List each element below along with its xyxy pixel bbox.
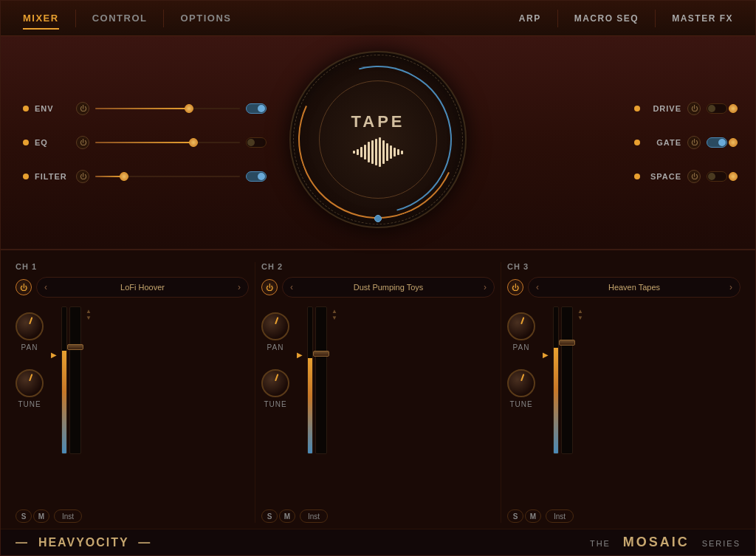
gate-slider-thumb[interactable] <box>729 138 738 147</box>
channel-3-nav: ‹ Heaven Tapes › <box>528 277 740 298</box>
wave-bar <box>397 149 399 155</box>
env-slider-thumb[interactable] <box>185 104 193 113</box>
gate-power-button[interactable] <box>687 136 701 149</box>
channel-3-power-button[interactable] <box>507 279 523 295</box>
channel-1-meter-fill <box>62 351 66 453</box>
channel-2-next[interactable]: › <box>482 282 488 292</box>
tab-macro-seq[interactable]: MACRO SEQ <box>561 7 653 30</box>
channel-3-tune-label: TUNE <box>509 400 532 408</box>
nav-right: ARP MACRO SEQ MASTER FX <box>506 7 746 30</box>
env-toggle[interactable] <box>246 103 267 114</box>
channel-3-fader-arrows: ▲ ▼ <box>577 306 583 323</box>
channel-1-play-arrow[interactable]: ▶ <box>51 351 57 359</box>
brand-the: THE <box>590 539 611 548</box>
tab-mixer[interactable]: MIXER <box>10 7 72 30</box>
channel-1-fader-handle[interactable] <box>67 344 83 350</box>
tab-control[interactable]: CONTROL <box>79 7 161 30</box>
channel-3-header: ‹ Heaven Tapes › <box>507 277 740 298</box>
channel-1-fader-up[interactable]: ▲ <box>86 308 92 315</box>
eq-slider-thumb[interactable] <box>189 138 198 147</box>
space-toggle[interactable] <box>707 171 727 182</box>
drive-slider-thumb[interactable] <box>729 104 738 113</box>
channel-2-pan-knob[interactable] <box>261 312 289 340</box>
channel-2-fader[interactable] <box>315 306 327 454</box>
channel-1-fader-down[interactable]: ▼ <box>86 315 92 321</box>
channel-3-play-arrow[interactable]: ▶ <box>543 351 549 359</box>
fx-right: DRIVE GATE <box>489 98 740 187</box>
channel-2-prev[interactable]: ‹ <box>289 282 295 292</box>
channel-1-next[interactable]: › <box>236 282 242 292</box>
channel-1-prev[interactable]: ‹ <box>43 282 49 292</box>
space-power-button[interactable] <box>687 170 701 183</box>
tab-options[interactable]: OPTIONS <box>167 7 244 30</box>
channel-2-inst-button[interactable]: Inst <box>300 509 328 523</box>
channel-1-body: PAN TUNE ▶ <box>16 306 249 504</box>
channel-3-pan-knob[interactable] <box>507 312 535 340</box>
env-power-button[interactable] <box>76 102 89 115</box>
channel-3-prev[interactable]: ‹ <box>535 282 540 292</box>
channel-1-power-button[interactable] <box>16 279 32 295</box>
channel-3-fader-down[interactable]: ▼ <box>577 315 583 321</box>
channel-2-fader-container <box>307 306 327 454</box>
channel-3-inst-button[interactable]: Inst <box>546 509 574 523</box>
drive-toggle[interactable] <box>707 103 727 114</box>
fx-row-eq: EQ <box>23 132 267 153</box>
channel-1-inst-button[interactable]: Inst <box>54 509 82 523</box>
channel-3-mute-button[interactable]: M <box>525 509 541 523</box>
channel-2-tune-knob[interactable] <box>261 369 289 397</box>
space-slider-thumb[interactable] <box>729 172 738 181</box>
channel-3-fader-up[interactable]: ▲ <box>577 308 583 315</box>
channel-2-fader-down[interactable]: ▼ <box>331 315 337 321</box>
eq-slider-fill <box>95 142 193 143</box>
channel-3-fader[interactable] <box>561 306 573 454</box>
channel-2-fader-handle[interactable] <box>313 351 329 357</box>
channel-3-solo-button[interactable]: S <box>507 509 523 523</box>
nav-bar: MIXER CONTROL OPTIONS ARP MACRO SEQ MAST… <box>1 1 755 36</box>
channel-2-solo-button[interactable]: S <box>261 509 278 523</box>
channel-1-solo-button[interactable]: S <box>16 509 32 523</box>
channel-3-pan-label: PAN <box>513 343 530 351</box>
channel-1-pan-knob[interactable] <box>16 312 44 340</box>
channel-3-sm-group: S M <box>507 509 541 523</box>
channel-1-name: LoFi Hoover <box>52 283 233 292</box>
channel-2-power-button[interactable] <box>261 279 278 295</box>
channel-3-fader-area: ▶ ▲ ▼ <box>543 306 740 454</box>
filter-slider[interactable] <box>95 176 240 177</box>
nav-left: MIXER CONTROL OPTIONS <box>10 7 506 30</box>
eq-slider[interactable] <box>95 142 240 143</box>
eq-toggle[interactable] <box>246 137 267 148</box>
filter-power-button[interactable] <box>76 170 89 183</box>
filter-slider-thumb[interactable] <box>120 172 128 181</box>
channels-area: CH 1 ‹ LoFi Hoover › PAN TUNE <box>1 250 755 529</box>
eq-power-button[interactable] <box>76 136 89 149</box>
drive-power-button[interactable] <box>687 102 701 115</box>
channel-2-meter <box>307 306 313 454</box>
channel-3-tune-knob[interactable] <box>507 369 535 397</box>
wave-bar <box>360 147 362 157</box>
tape-dot-bottom <box>374 215 382 222</box>
channel-3: CH 3 ‹ Heaven Tapes › PAN TUNE <box>501 262 746 523</box>
channel-3-fader-handle[interactable] <box>559 340 575 346</box>
drive-dot <box>634 106 640 111</box>
channel-1-tune-knob[interactable] <box>16 369 44 397</box>
channel-2-fader-up[interactable]: ▲ <box>331 308 337 315</box>
channel-1-tune-group: TUNE <box>16 369 44 408</box>
channel-1-mute-button[interactable]: M <box>33 509 49 523</box>
fx-left: ENV EQ F <box>16 98 267 187</box>
footer-bar: — HEAVYOCITY — THE MOSAIC SERIES <box>1 529 755 555</box>
tape-display: TAPE <box>289 51 467 228</box>
gate-toggle[interactable] <box>707 137 727 148</box>
channel-2-play-arrow[interactable]: ▶ <box>297 351 303 359</box>
channel-2-footer: S M Inst <box>261 509 495 523</box>
channel-2-mute-button[interactable]: M <box>279 509 295 523</box>
channel-1-fader[interactable] <box>69 306 81 454</box>
env-slider[interactable] <box>95 108 240 109</box>
eq-dot <box>23 140 29 145</box>
filter-toggle[interactable] <box>246 171 267 182</box>
channel-2-pan-group: PAN <box>261 312 289 351</box>
channel-2-header: ‹ Dust Pumping Toys › <box>261 277 495 298</box>
tab-arp[interactable]: ARP <box>506 7 554 30</box>
channel-1-pan-label: PAN <box>21 343 38 351</box>
tab-master-fx[interactable]: MASTER FX <box>659 7 746 30</box>
channel-3-next[interactable]: › <box>728 282 734 292</box>
